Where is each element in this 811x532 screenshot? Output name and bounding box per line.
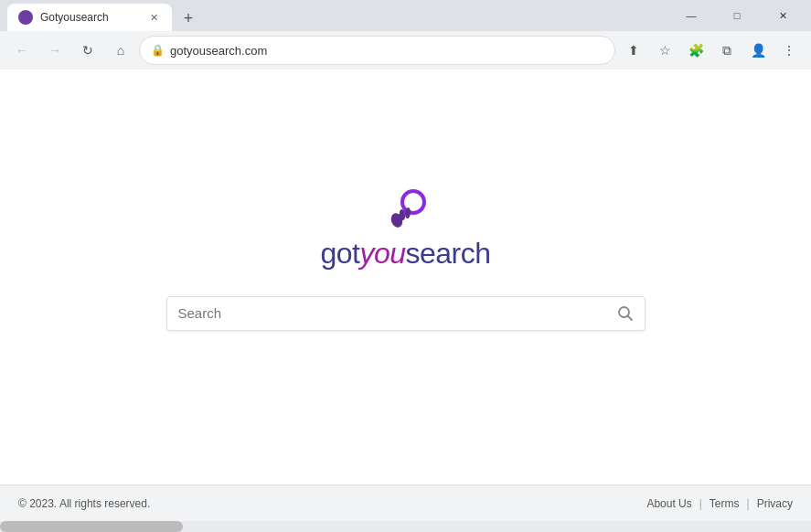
tab-bar: Gotyousearch ✕ + — [7, 0, 201, 31]
logo-container: gotyousearch — [320, 187, 490, 271]
favicon-icon — [21, 13, 30, 22]
window-controls: — □ ✕ — [670, 0, 804, 31]
share-button[interactable]: ⬆ — [619, 36, 648, 65]
search-button[interactable] — [617, 305, 634, 322]
maximize-button[interactable]: □ — [716, 0, 758, 31]
splitscreen-button[interactable]: ⧉ — [712, 36, 742, 65]
minimize-button[interactable]: — — [670, 0, 712, 31]
footer-link-terms[interactable]: Terms — [710, 497, 740, 510]
search-input[interactable] — [178, 305, 617, 321]
page-footer: © 2023. All rights reserved. About Us | … — [0, 484, 811, 521]
footer-link-privacy[interactable]: Privacy — [757, 497, 793, 510]
search-bar[interactable] — [166, 296, 646, 331]
footer-link-about[interactable]: About Us — [646, 497, 691, 510]
active-tab[interactable]: Gotyousearch ✕ — [7, 4, 172, 31]
browser-frame: Gotyousearch ✕ + — □ ✕ ← → ↻ ⌂ 🔒 gotyous… — [0, 0, 811, 532]
footer-sep-2: | — [747, 497, 750, 510]
refresh-button[interactable]: ↻ — [73, 36, 102, 65]
nav-actions: ⬆ ☆ 🧩 ⧉ 👤 ⋮ — [619, 36, 804, 65]
forward-button[interactable]: → — [40, 36, 69, 65]
logo-icon — [379, 187, 433, 233]
nav-bar: ← → ↻ ⌂ 🔒 gotyousearch.com ⬆ ☆ 🧩 ⧉ 👤 ⋮ — [0, 31, 811, 69]
page-content: gotyousearch — [0, 69, 811, 484]
back-button[interactable]: ← — [7, 36, 37, 65]
svg-point-0 — [21, 13, 30, 22]
close-button[interactable]: ✕ — [762, 0, 804, 31]
bookmark-button[interactable]: ☆ — [650, 36, 679, 65]
svg-line-7 — [627, 315, 632, 320]
profile-button[interactable]: 👤 — [743, 36, 773, 65]
extensions-button[interactable]: 🧩 — [681, 36, 710, 65]
new-tab-button[interactable]: + — [176, 5, 201, 31]
scrollbar-area — [0, 521, 811, 532]
search-icon — [617, 305, 634, 322]
logo-text: gotyousearch — [320, 237, 490, 271]
title-bar-left: Gotyousearch ✕ + — [7, 0, 201, 31]
svg-point-1 — [402, 191, 424, 213]
lock-icon: 🔒 — [151, 44, 165, 57]
footer-sep-1: | — [699, 497, 702, 510]
logo-search: search — [406, 237, 491, 270]
logo-got: got — [320, 237, 359, 270]
tab-title: Gotyousearch — [40, 11, 139, 24]
address-bar[interactable]: 🔒 gotyousearch.com — [139, 36, 615, 65]
title-bar: Gotyousearch ✕ + — □ ✕ — [0, 0, 811, 31]
scrollbar-thumb[interactable] — [0, 521, 183, 532]
tab-favicon — [18, 10, 33, 25]
footer-links: About Us | Terms | Privacy — [646, 497, 793, 510]
tab-close-button[interactable]: ✕ — [146, 10, 161, 25]
menu-button[interactable]: ⋮ — [774, 36, 804, 65]
address-text: gotyousearch.com — [170, 44, 603, 58]
home-button[interactable]: ⌂ — [106, 36, 135, 65]
footer-copyright: © 2023. All rights reserved. — [18, 497, 150, 510]
logo-you: you — [359, 237, 405, 270]
